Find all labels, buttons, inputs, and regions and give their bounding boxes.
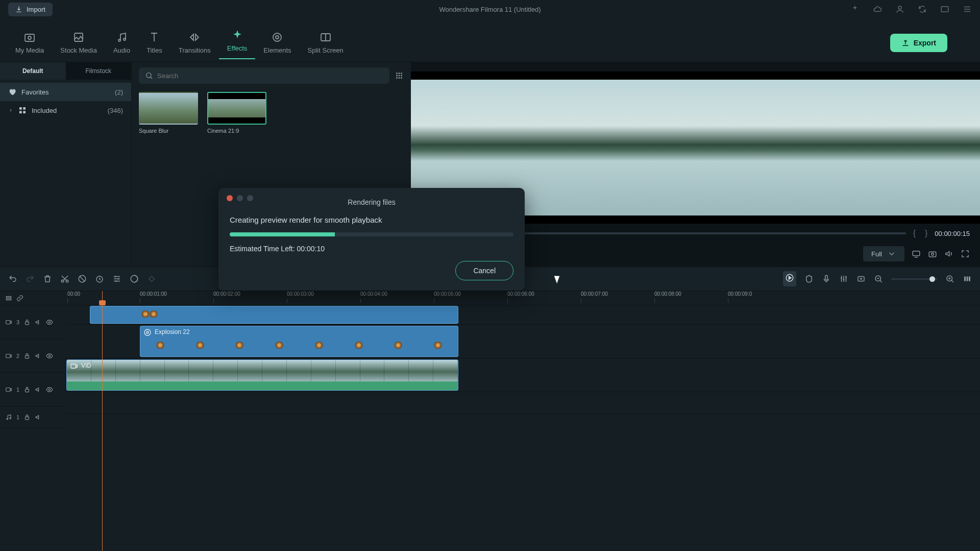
svg-point-18 — [396, 75, 398, 77]
svg-point-48 — [48, 355, 51, 357]
mark-in-icon[interactable]: { — [911, 229, 918, 238]
mute-icon[interactable] — [35, 352, 42, 360]
svg-point-22 — [399, 77, 400, 79]
volume-icon[interactable] — [944, 249, 953, 258]
effect-clip-icon — [143, 328, 152, 337]
tab-stock-media[interactable]: Stock Media — [52, 28, 105, 57]
tracks-area[interactable]: 00:00 00:00:01:00 00:00:02:00 00:00:03:0… — [65, 291, 980, 551]
clip-effect-top[interactable] — [90, 306, 458, 324]
lock-icon[interactable] — [23, 414, 31, 421]
track-row-1[interactable]: VID — [65, 358, 980, 392]
redo-icon[interactable] — [26, 274, 35, 283]
search-box[interactable] — [139, 67, 389, 84]
minimize-window-icon — [237, 195, 243, 201]
track-header-1[interactable]: 1 — [0, 373, 65, 406]
cancel-button[interactable]: Cancel — [455, 261, 513, 280]
cut-icon[interactable] — [60, 274, 69, 283]
delete-icon[interactable] — [43, 274, 52, 283]
track-row-3[interactable] — [65, 305, 980, 325]
tab-transitions[interactable]: Transitions — [170, 28, 219, 57]
display-icon[interactable] — [912, 249, 921, 258]
export-button[interactable]: Export — [890, 34, 947, 52]
eye-icon[interactable] — [46, 319, 53, 326]
track-row-audio-1[interactable] — [65, 392, 980, 414]
effect-thumb-square-blur[interactable]: Square Blur — [139, 92, 198, 134]
zoom-fit-icon[interactable] — [963, 274, 972, 283]
track-header-audio-1[interactable]: 1 — [0, 406, 65, 428]
subtab-filmstock[interactable]: Filmstock — [66, 62, 132, 80]
account-icon[interactable] — [895, 5, 904, 14]
zoom-in-icon[interactable] — [945, 274, 954, 283]
import-button[interactable]: Import — [8, 3, 53, 16]
category-included[interactable]: Included (346) — [0, 101, 131, 119]
export-icon — [901, 39, 910, 47]
add-media-icon[interactable] — [856, 274, 866, 283]
message-icon[interactable] — [940, 5, 949, 14]
eye-icon[interactable] — [46, 352, 53, 360]
dialog-title: Rendering files — [230, 197, 513, 215]
search-input[interactable] — [157, 72, 383, 80]
track-options-icon[interactable] — [5, 295, 12, 302]
track-row-2[interactable]: Explosion 22 — [65, 325, 980, 358]
zoom-slider[interactable] — [891, 278, 937, 280]
tab-my-media[interactable]: My Media — [7, 28, 52, 57]
voiceover-icon[interactable] — [822, 274, 831, 283]
refresh-icon[interactable] — [918, 5, 927, 14]
svg-point-17 — [401, 73, 402, 74]
clip-video-main[interactable]: VID — [66, 360, 458, 391]
close-window-icon[interactable] — [227, 195, 233, 201]
lock-icon[interactable] — [23, 386, 31, 393]
svg-rect-32 — [149, 276, 155, 282]
zoom-out-icon[interactable] — [874, 274, 883, 283]
eye-icon[interactable] — [46, 386, 53, 393]
window-controls — [227, 195, 253, 201]
fullscreen-icon[interactable] — [961, 249, 970, 258]
marker-icon[interactable] — [804, 274, 814, 283]
tab-elements[interactable]: Elements — [255, 28, 299, 57]
view-grid-icon[interactable] — [395, 71, 404, 80]
menu-icon[interactable] — [963, 5, 972, 14]
track-header-2[interactable]: 2 — [0, 339, 65, 373]
link-icon[interactable] — [16, 295, 23, 302]
playhead[interactable] — [102, 291, 103, 551]
category-favorites[interactable]: Favorites (2) — [0, 83, 131, 101]
tab-titles[interactable]: Titles — [138, 28, 170, 57]
tab-split-screen[interactable]: Split Screen — [300, 28, 352, 57]
mark-out-icon[interactable]: } — [923, 229, 929, 238]
cloud-icon[interactable] — [873, 5, 882, 14]
effect-spot — [315, 342, 323, 349]
quality-dropdown[interactable]: Full — [863, 246, 904, 261]
svg-rect-47 — [26, 355, 29, 358]
keyframe-icon[interactable] — [147, 274, 156, 283]
mixer-icon[interactable] — [839, 274, 848, 283]
time-ruler[interactable]: 00:00 00:00:01:00 00:00:02:00 00:00:03:0… — [65, 291, 980, 305]
clip-explosion[interactable]: Explosion 22 — [140, 326, 458, 357]
undo-icon[interactable] — [8, 274, 17, 283]
video-track-icon — [5, 352, 12, 360]
subtab-default[interactable]: Default — [0, 62, 66, 80]
mute-icon[interactable] — [35, 386, 42, 393]
crop-icon[interactable] — [78, 274, 87, 283]
svg-point-16 — [399, 73, 400, 74]
mute-icon[interactable] — [35, 319, 42, 326]
effect-thumb-cinema[interactable]: Cinema 21:9 — [207, 92, 266, 134]
ruler-tick: 00:00 — [67, 291, 80, 297]
color-icon[interactable] — [130, 274, 139, 283]
svg-point-51 — [48, 389, 51, 391]
elements-icon — [271, 31, 283, 43]
speed-icon[interactable] — [95, 274, 104, 283]
lock-icon[interactable] — [23, 319, 31, 326]
tab-audio[interactable]: Audio — [105, 28, 138, 57]
rendering-dialog: Rendering files Creating preview render … — [218, 188, 525, 291]
lock-icon[interactable] — [23, 352, 31, 360]
snapshot-icon[interactable] — [928, 249, 937, 258]
svg-point-45 — [48, 321, 51, 323]
mute-icon[interactable] — [35, 414, 42, 421]
tab-effects[interactable]: Effects — [219, 26, 256, 59]
render-preview-button[interactable] — [783, 271, 796, 286]
sparkle-icon[interactable] — [850, 5, 860, 14]
adjust-icon[interactable] — [112, 274, 121, 283]
svg-rect-13 — [23, 111, 26, 113]
svg-point-0 — [898, 6, 901, 9]
track-header-3[interactable]: 3 — [0, 305, 65, 339]
